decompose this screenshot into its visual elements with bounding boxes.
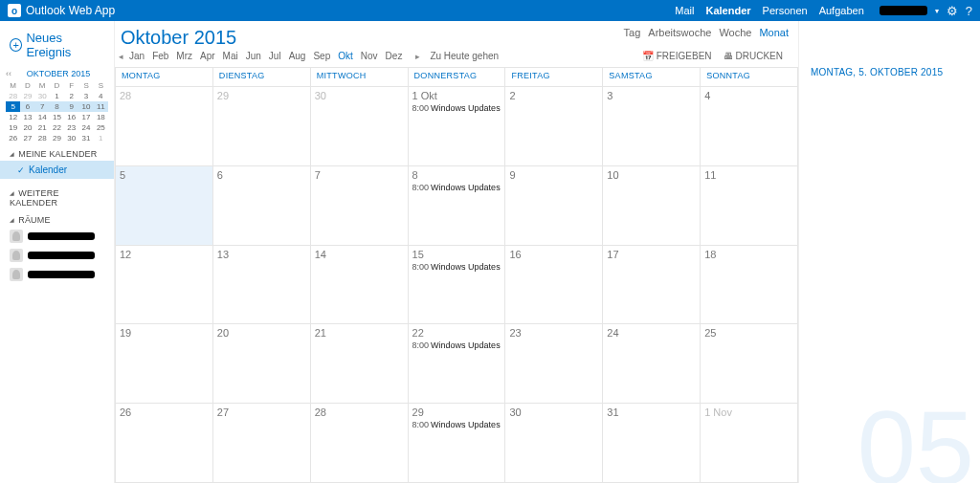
room-item[interactable] — [0, 265, 114, 284]
mini-day[interactable]: 9 — [64, 101, 78, 112]
user-menu[interactable]: ▾ — [880, 6, 939, 15]
calendar-event[interactable]: 8:00Windows Updates an Schu — [412, 183, 501, 192]
month-aug[interactable]: Aug — [289, 51, 306, 61]
mini-day[interactable]: 10 — [78, 101, 93, 112]
mini-day[interactable]: 25 — [94, 122, 108, 133]
calendar-event[interactable]: 8:00Windows Updates an Schu — [412, 340, 501, 350]
mini-day[interactable]: 17 — [78, 112, 93, 122]
mini-day[interactable]: 28 — [35, 133, 50, 143]
mini-day[interactable]: 26 — [6, 133, 20, 143]
day-cell[interactable]: 7 — [311, 166, 409, 246]
calendar-event[interactable]: 8:00Windows Updates an Schu — [412, 262, 501, 272]
mini-day[interactable]: 1 — [50, 91, 64, 101]
mini-day[interactable]: 23 — [64, 122, 78, 133]
day-cell[interactable]: 21 — [311, 324, 409, 404]
nav-aufgaben[interactable]: Aufgaben — [819, 5, 864, 16]
mini-day[interactable]: 7 — [35, 101, 50, 112]
day-cell[interactable]: 19 — [116, 324, 213, 404]
day-cell[interactable]: 88:00Windows Updates an Schu — [409, 166, 506, 246]
month-prev-icon[interactable]: ◂ — [119, 52, 123, 61]
day-cell[interactable]: 24 — [603, 324, 701, 404]
day-cell[interactable]: 16 — [505, 246, 603, 325]
day-cell[interactable]: 13 — [213, 246, 311, 325]
share-button[interactable]: 📅 FREIGEBEN — [642, 51, 712, 61]
day-cell[interactable]: 9 — [505, 166, 603, 246]
month-jul[interactable]: Jul — [269, 51, 281, 61]
view-woche[interactable]: Woche — [719, 27, 751, 38]
month-feb[interactable]: Feb — [152, 51, 168, 61]
day-cell[interactable]: 23 — [505, 324, 603, 404]
mini-day[interactable]: 30 — [35, 91, 50, 101]
mini-day[interactable]: 4 — [94, 91, 108, 101]
mini-day[interactable]: 14 — [35, 112, 50, 122]
month-nov[interactable]: Nov — [361, 51, 378, 61]
mini-day[interactable]: 19 — [6, 122, 20, 133]
mini-day[interactable]: 2 — [64, 91, 78, 101]
mini-day[interactable]: 8 — [50, 101, 64, 112]
day-cell[interactable]: 30 — [311, 87, 409, 166]
mini-prev-icon[interactable]: ‹‹ — [6, 69, 11, 78]
mini-day[interactable]: 5 — [6, 101, 20, 112]
room-item[interactable] — [0, 227, 114, 246]
room-item[interactable] — [0, 246, 114, 265]
mini-day[interactable]: 27 — [20, 133, 34, 143]
month-next-icon[interactable]: ▸ — [415, 52, 420, 61]
day-cell[interactable]: 5 — [116, 166, 213, 246]
mini-day[interactable]: 16 — [64, 112, 78, 122]
day-cell[interactable]: 30 — [505, 404, 603, 483]
section-rooms[interactable]: RÄUME — [0, 209, 114, 227]
day-cell[interactable]: 6 — [213, 166, 311, 246]
mini-day[interactable]: 3 — [78, 91, 93, 101]
mini-day[interactable]: 18 — [94, 112, 108, 122]
new-event-button[interactable]: + Neues Ereignis — [0, 25, 114, 69]
mini-day[interactable]: 29 — [50, 133, 64, 143]
month-jan[interactable]: Jan — [129, 51, 145, 61]
month-apr[interactable]: Apr — [200, 51, 215, 61]
mini-calendar[interactable]: ‹‹ OKTOBER 2015 › MDMDFSS282930123456789… — [0, 69, 114, 143]
view-arbeitswoche[interactable]: Arbeitswoche — [648, 27, 711, 38]
day-cell[interactable]: 3 — [603, 87, 701, 166]
view-monat[interactable]: Monat — [759, 27, 789, 38]
mini-day[interactable]: 22 — [50, 122, 64, 133]
day-cell[interactable]: 27 — [213, 404, 311, 483]
day-cell[interactable]: 28 — [116, 87, 213, 166]
day-cell[interactable]: 11 — [701, 166, 798, 246]
day-cell[interactable]: 298:00Windows Updates an Schu — [409, 404, 506, 483]
nav-personen[interactable]: Personen — [763, 5, 808, 16]
month-sep[interactable]: Sep — [313, 51, 330, 61]
mini-day[interactable]: 29 — [20, 91, 34, 101]
calendar-event[interactable]: 8:00Windows Updates an Schu — [412, 420, 501, 429]
mini-day[interactable]: 24 — [78, 122, 93, 133]
gear-icon[interactable]: ⚙ — [947, 4, 958, 18]
month-okt[interactable]: Okt — [338, 51, 353, 61]
help-icon[interactable]: ? — [966, 4, 972, 18]
day-cell[interactable]: 28 — [311, 404, 409, 483]
section-other-calendars[interactable]: WEITERE KALENDER — [0, 179, 114, 209]
mini-day[interactable]: 13 — [20, 112, 34, 122]
day-cell[interactable]: 1 Okt8:00Windows Updates an Schu — [409, 87, 506, 166]
nav-kalender[interactable]: Kalender — [705, 5, 750, 16]
day-cell[interactable]: 25 — [701, 324, 798, 404]
month-grid[interactable]: MONTAGDIENSTAGMITTWOCHDONNERSTAGFREITAGS… — [115, 67, 798, 483]
section-my-calendars[interactable]: MEINE KALENDER — [0, 143, 114, 161]
calendar-item-kalender[interactable]: ✓Kalender — [0, 161, 114, 179]
mini-day[interactable]: 12 — [6, 112, 20, 122]
view-tag[interactable]: Tag — [624, 27, 641, 38]
mini-day[interactable]: 21 — [35, 122, 50, 133]
month-mrz[interactable]: Mrz — [176, 51, 192, 61]
go-to-today[interactable]: Zu Heute gehen — [430, 51, 499, 61]
day-cell[interactable]: 17 — [603, 246, 701, 325]
month-jun[interactable]: Jun — [246, 51, 261, 61]
mini-day[interactable]: 6 — [20, 101, 34, 112]
calendar-event[interactable]: 8:00Windows Updates an Schu — [412, 103, 501, 113]
day-cell[interactable]: 10 — [603, 166, 701, 246]
mini-day[interactable]: 15 — [50, 112, 64, 122]
mini-day[interactable]: 1 — [94, 133, 108, 143]
day-cell[interactable]: 18 — [701, 246, 798, 325]
day-cell[interactable]: 14 — [311, 246, 409, 325]
day-cell[interactable]: 158:00Windows Updates an Schu — [409, 246, 506, 325]
day-cell[interactable]: 12 — [116, 246, 213, 325]
day-cell[interactable]: 29 — [213, 87, 311, 166]
mini-day[interactable]: 11 — [94, 101, 108, 112]
day-cell[interactable]: 1 Nov — [701, 404, 798, 483]
